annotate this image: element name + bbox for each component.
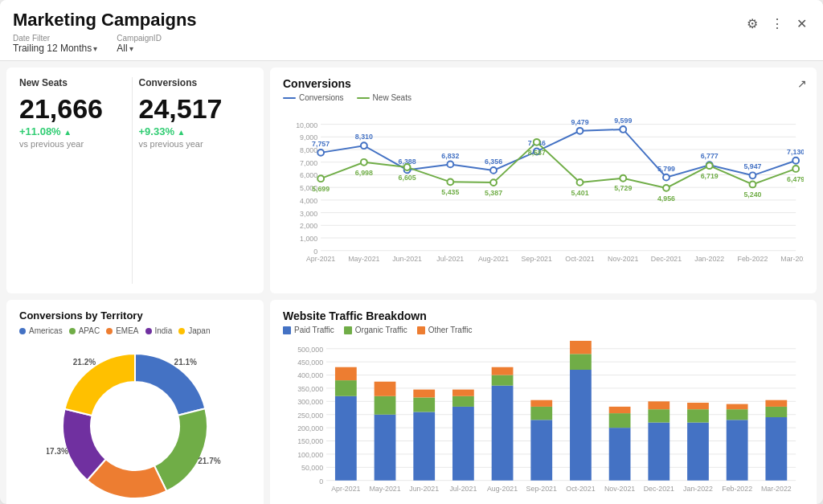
svg-text:Jul-2021: Jul-2021	[436, 255, 464, 263]
svg-text:5,699: 5,699	[312, 185, 330, 193]
svg-text:Jun-2021: Jun-2021	[409, 485, 439, 493]
conversions-svg-chart: 01,0002,0003,0004,0005,0006,0007,0008,00…	[283, 107, 804, 284]
svg-text:150,000: 150,000	[297, 437, 323, 445]
svg-rect-113	[375, 415, 396, 481]
svg-text:10,000: 10,000	[296, 121, 317, 129]
expand-button[interactable]: ↗	[797, 77, 807, 90]
legend-emea: EMEA	[106, 326, 138, 335]
campaign-filter-label: CampaignID	[117, 34, 162, 43]
settings-button[interactable]: ⚙	[743, 13, 761, 35]
more-button[interactable]: ⋮	[768, 13, 787, 35]
kpi-section: New Seats 21,666 +11.08% ▲ vs previous y…	[6, 68, 264, 293]
svg-text:300,000: 300,000	[297, 398, 323, 406]
svg-rect-110	[335, 380, 357, 396]
svg-text:Jan-2022: Jan-2022	[694, 255, 724, 263]
svg-text:6,719: 6,719	[701, 172, 719, 180]
new-seats-label: New Seats	[19, 77, 125, 88]
svg-point-74	[663, 185, 669, 191]
svg-rect-109	[335, 396, 357, 481]
svg-text:Oct-2021: Oct-2021	[565, 255, 594, 263]
svg-text:Dec-2021: Dec-2021	[651, 255, 682, 263]
legend-india: India	[145, 326, 173, 335]
date-filter-group: Date Filter Trailing 12 Months ▾	[13, 34, 97, 54]
svg-point-60	[361, 159, 367, 166]
svg-rect-131	[530, 400, 552, 407]
svg-text:7,130: 7,130	[787, 148, 804, 156]
svg-rect-142	[648, 409, 669, 422]
new-seats-value: 21,666	[19, 95, 125, 122]
svg-text:Apr-2021: Apr-2021	[306, 255, 335, 263]
svg-point-72	[620, 175, 626, 182]
svg-point-48	[620, 126, 626, 133]
campaign-filter-group: CampaignID All ▾	[117, 34, 162, 54]
svg-text:5,387: 5,387	[485, 189, 502, 197]
legend-emea-dot	[106, 328, 113, 334]
svg-text:1,000: 1,000	[300, 235, 317, 243]
legend-new-seats: New Seats	[357, 93, 412, 102]
svg-text:0: 0	[319, 477, 323, 486]
svg-rect-135	[570, 341, 592, 354]
svg-point-46	[577, 128, 583, 134]
svg-rect-145	[687, 423, 709, 481]
svg-point-56	[792, 158, 799, 164]
svg-text:Apr-2021: Apr-2021	[331, 485, 360, 493]
svg-text:6,605: 6,605	[399, 174, 416, 182]
svg-rect-114	[375, 396, 396, 415]
legend-japan: Japan	[178, 326, 210, 335]
svg-rect-126	[492, 375, 514, 386]
svg-text:50,000: 50,000	[301, 464, 323, 472]
svg-text:0: 0	[313, 248, 317, 256]
svg-text:5,799: 5,799	[657, 165, 675, 173]
svg-point-36	[361, 142, 367, 149]
svg-text:Feb-2022: Feb-2022	[738, 255, 768, 263]
svg-text:8,310: 8,310	[355, 133, 373, 141]
page-title: Marketing Campaigns	[13, 10, 197, 31]
svg-text:Aug-2021: Aug-2021	[487, 485, 518, 493]
legend-organic-square	[344, 326, 352, 334]
svg-text:3,000: 3,000	[300, 210, 317, 218]
svg-text:350,000: 350,000	[297, 385, 323, 393]
legend-india-dot	[145, 328, 152, 334]
legend-organic: Organic Traffic	[344, 326, 407, 334]
conversions-label: Conversions	[139, 77, 245, 88]
svg-text:21.2%: 21.2%	[73, 358, 96, 367]
traffic-svg-chart: 050,000100,000150,000200,000250,000300,0…	[283, 341, 804, 504]
svg-point-64	[447, 178, 453, 185]
svg-rect-143	[648, 401, 669, 409]
svg-rect-155	[765, 400, 787, 407]
svg-rect-118	[413, 397, 435, 412]
svg-rect-115	[375, 382, 396, 396]
legend-americas-dot	[19, 328, 26, 334]
conversions-arrow: ▲	[178, 128, 186, 137]
dashboard: Marketing Campaigns Date Filter Trailing…	[0, 0, 823, 504]
svg-rect-119	[413, 390, 435, 398]
svg-rect-117	[413, 412, 435, 480]
svg-text:17.3%: 17.3%	[47, 447, 68, 456]
svg-rect-138	[609, 413, 631, 428]
legend-other-square	[417, 326, 425, 334]
svg-text:7,000: 7,000	[300, 159, 317, 167]
svg-point-66	[490, 179, 497, 186]
svg-rect-153	[765, 417, 787, 481]
conversions-chart-section: Conversions Conversions New Seats ↗ 01,0…	[270, 68, 817, 293]
svg-rect-139	[609, 407, 631, 413]
date-filter-chevron: ▾	[93, 44, 97, 53]
svg-point-80	[792, 166, 799, 172]
svg-rect-150	[727, 409, 748, 420]
svg-text:Feb-2022: Feb-2022	[722, 485, 752, 493]
svg-rect-134	[570, 354, 592, 370]
date-filter-value[interactable]: Trailing 12 Months ▾	[13, 43, 97, 54]
header: Marketing Campaigns Date Filter Trailing…	[0, 0, 823, 61]
svg-text:6,777: 6,777	[701, 152, 719, 160]
svg-rect-127	[492, 367, 514, 375]
close-button[interactable]: ✕	[793, 13, 810, 35]
conversions-chart-title: Conversions	[283, 77, 804, 90]
svg-text:500,000: 500,000	[297, 346, 323, 354]
svg-rect-122	[452, 396, 474, 407]
campaign-filter-value[interactable]: All ▾	[117, 43, 162, 54]
svg-point-70	[577, 179, 583, 186]
svg-text:Jun-2021: Jun-2021	[392, 255, 422, 263]
territory-section: Conversions by Territory Americas APAC E…	[6, 300, 264, 504]
svg-text:6,998: 6,998	[355, 169, 373, 177]
legend-conversions: Conversions	[283, 93, 344, 102]
